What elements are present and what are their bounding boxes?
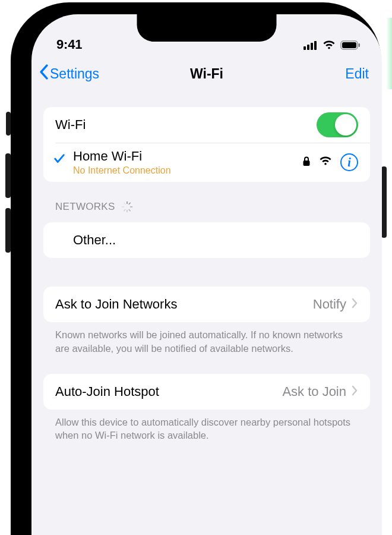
edit-button[interactable]: Edit <box>345 66 369 82</box>
svg-rect-3 <box>314 41 317 50</box>
screen: 9:41 Set <box>31 14 382 535</box>
page-title: Wi-Fi <box>190 66 223 82</box>
hotspot-value: Ask to Join <box>282 384 346 399</box>
svg-line-11 <box>129 210 130 211</box>
volume-up-button <box>5 153 11 198</box>
ask-join-group: Ask to Join Networks Notify <box>43 287 370 322</box>
networks-group: Other... <box>43 222 370 258</box>
status-icons <box>304 40 361 52</box>
network-name: Home Wi-Fi <box>73 149 171 164</box>
svg-rect-1 <box>307 45 309 50</box>
svg-line-15 <box>124 203 125 204</box>
svg-rect-6 <box>359 43 361 47</box>
svg-rect-2 <box>311 43 313 50</box>
wifi-toggle-row[interactable]: Wi-Fi <box>43 107 370 143</box>
hotspot-footer: Allow this device to automatically disco… <box>43 410 370 442</box>
wifi-toggle-group: Wi-Fi Home Wi-Fi No Internet Connection <box>43 107 370 182</box>
hotspot-row[interactable]: Auto-Join Hotspot Ask to Join <box>43 374 370 410</box>
other-label: Other... <box>73 232 116 248</box>
networks-header-label: NETWORKS <box>55 201 115 213</box>
battery-icon <box>340 40 361 52</box>
chevron-right-icon <box>351 298 358 311</box>
wifi-toggle-label: Wi-Fi <box>55 117 86 133</box>
notch <box>137 14 277 42</box>
hotspot-group: Auto-Join Hotspot Ask to Join <box>43 374 370 410</box>
phone-mockup: 9:41 Set <box>0 0 392 535</box>
wifi-signal-icon <box>319 156 332 168</box>
ask-join-row[interactable]: Ask to Join Networks Notify <box>43 287 370 322</box>
lock-icon <box>302 156 311 169</box>
svg-line-13 <box>124 210 125 211</box>
network-subtitle: No Internet Connection <box>73 165 171 176</box>
back-label: Settings <box>50 66 99 82</box>
connected-network-row[interactable]: Home Wi-Fi No Internet Connection i <box>43 143 370 182</box>
status-time: 9:41 <box>56 37 82 52</box>
volume-down-button <box>5 208 11 253</box>
cellular-icon <box>304 40 318 52</box>
chevron-left-icon <box>39 64 49 83</box>
ask-join-label: Ask to Join Networks <box>55 297 177 312</box>
svg-rect-5 <box>342 42 356 48</box>
back-button[interactable]: Settings <box>39 64 99 83</box>
other-network-row[interactable]: Other... <box>43 222 370 258</box>
svg-rect-0 <box>304 46 306 50</box>
ask-join-value: Notify <box>313 297 346 312</box>
wifi-icon <box>323 40 336 52</box>
chevron-right-icon <box>351 385 358 398</box>
spinner-icon <box>121 201 133 213</box>
svg-rect-7 <box>304 160 310 166</box>
wifi-toggle[interactable] <box>317 112 358 137</box>
power-button <box>381 166 387 238</box>
info-icon[interactable]: i <box>340 153 358 171</box>
nav-bar: Settings Wi-Fi Edit <box>31 56 382 90</box>
silent-switch <box>6 112 11 136</box>
checkmark-icon <box>53 152 66 168</box>
svg-line-9 <box>129 203 130 204</box>
networks-header: NETWORKS <box>43 182 370 216</box>
ask-join-footer: Known networks will be joined automatica… <box>43 322 370 355</box>
hotspot-label: Auto-Join Hotspot <box>55 384 159 399</box>
device-bezel: 9:41 Set <box>11 2 381 535</box>
